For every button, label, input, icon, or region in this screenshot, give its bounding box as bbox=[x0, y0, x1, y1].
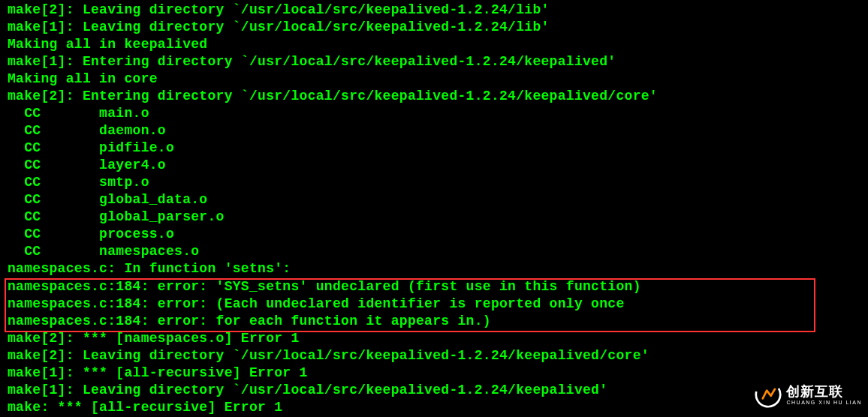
terminal-line: Making all in core bbox=[8, 70, 868, 88]
terminal-line: make[2]: *** [namespaces.o] Error 1 bbox=[8, 330, 868, 347]
terminal-line-error: namespaces.c:184: error: (Each undeclare… bbox=[8, 296, 868, 313]
terminal-line: CC smtp.o bbox=[8, 174, 868, 191]
terminal-line: CC global_data.o bbox=[8, 191, 868, 208]
svg-point-0 bbox=[755, 381, 782, 408]
terminal-line: make[1]: Leaving directory `/usr/local/s… bbox=[8, 19, 868, 36]
terminal-line: Making all in keepalived bbox=[8, 36, 868, 53]
terminal-line: make[1]: *** [all-recursive] Error 1 bbox=[8, 364, 868, 382]
terminal-line: CC daemon.o bbox=[8, 122, 868, 140]
terminal-line: make[2]: Leaving directory `/usr/local/s… bbox=[8, 2, 868, 19]
terminal-line: CC process.o bbox=[8, 226, 868, 243]
terminal-line: namespaces.c: In function 'setns': bbox=[8, 260, 868, 278]
terminal-line: make: *** [all-recursive] Error 1 bbox=[8, 399, 868, 416]
watermark: 创新互联 CHUANG XIN HU LIAN bbox=[755, 381, 862, 408]
terminal-line: CC namespaces.o bbox=[8, 243, 868, 260]
watermark-text-cn: 创新互联 bbox=[786, 385, 862, 398]
terminal-line: make[2]: Entering directory `/usr/local/… bbox=[8, 88, 868, 105]
terminal-line: CC pidfile.o bbox=[8, 140, 868, 157]
terminal-line: CC global_parser.o bbox=[8, 208, 868, 226]
terminal-line: make[1]: Leaving directory `/usr/local/s… bbox=[8, 382, 868, 399]
terminal-output[interactable]: make[2]: Leaving directory `/usr/local/s… bbox=[8, 2, 868, 416]
terminal-line: CC main.o bbox=[8, 105, 868, 122]
terminal-line-error: namespaces.c:184: error: 'SYS_setns' und… bbox=[8, 278, 868, 296]
terminal-line: make[1]: Entering directory `/usr/local/… bbox=[8, 53, 868, 70]
terminal-line-error: namespaces.c:184: error: for each functi… bbox=[8, 313, 868, 330]
watermark-text-en: CHUANG XIN HU LIAN bbox=[786, 400, 862, 405]
watermark-logo-icon bbox=[755, 381, 782, 408]
terminal-line: CC layer4.o bbox=[8, 157, 868, 174]
terminal-line: make[2]: Leaving directory `/usr/local/s… bbox=[8, 347, 868, 364]
